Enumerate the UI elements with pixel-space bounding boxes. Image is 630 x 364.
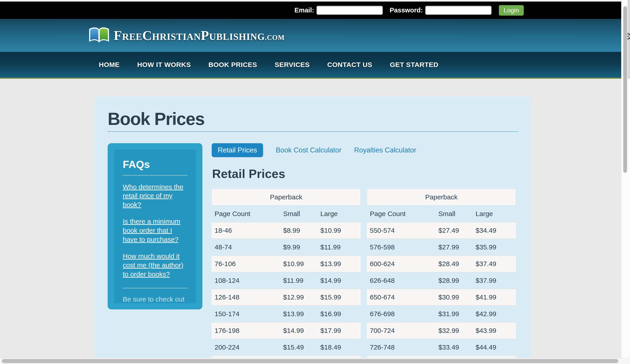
section-title: Retail Prices [212,167,518,181]
table-body: 18-46 $8.99 $10.99 48-74 $9.99 $11.99 76… [212,222,360,356]
cell-small-price: $30.99 [438,293,476,301]
table-row: 126-148 $12.99 $15.99 [212,289,360,306]
table-row: 108-124 $11.99 $14.99 [212,272,360,289]
cell-large-price: $43.99 [476,327,516,335]
column-header-page-count: Page Count [212,210,283,218]
cell-page-count: 726-748 [367,344,438,351]
price-tables: Paperback Page Count Small Large 18-46 $… [212,189,518,358]
cell-page-count: 576-598 [367,243,438,251]
faq-link[interactable]: Who determines the retail price of my bo… [123,182,187,210]
cell-page-count: 108-124 [212,277,283,284]
cell-large-price: $44.49 [476,344,516,351]
cell-small-price: $8.99 [283,227,320,234]
faq-footer: Be sure to check out our full list of Fr… [123,294,187,303]
cell-page-count: 600-624 [367,260,438,268]
window-right-edge: ⚙ [628,0,630,79]
cell-large-price: $35.99 [476,243,516,251]
nav-item[interactable]: HOME [99,61,120,68]
table-row-partial [212,356,360,358]
column-header-page-count: Page Count [367,210,438,218]
email-label: Email: [294,6,314,14]
cell-small-price: $31.99 [438,310,476,318]
cell-large-price: $41.99 [476,293,516,301]
nav-item[interactable]: CONTACT US [327,61,372,68]
title-divider [108,131,518,132]
cell-small-price: $32.99 [438,327,476,335]
cell-small-price: $9.99 [283,243,320,251]
site-logo[interactable]: FREECHRISTIANPUBLISHING.com [88,26,284,45]
tab[interactable]: Book Cost Calculator [276,143,342,157]
cell-page-count: 48-74 [212,243,283,251]
login-button[interactable]: Login [499,5,524,15]
cell-large-price: $10.99 [320,227,360,234]
cell-page-count: 76-106 [212,260,283,268]
site-header: FREECHRISTIANPUBLISHING.com [0,19,621,52]
faq-box: FAQs Who determines the retail price of … [108,143,202,310]
table-columns-header: Page Count Small Large [367,205,516,222]
cell-small-price: $28.99 [438,277,476,284]
table-row: 76-106 $10.99 $13.99 [212,256,360,272]
cell-large-price: $16.99 [320,310,360,318]
faq-divider [123,175,187,176]
table-row: 48-74 $9.99 $11.99 [212,239,360,256]
cell-page-count: 626-648 [367,277,438,284]
cell-small-price: $14.99 [283,327,320,335]
email-field[interactable] [316,6,383,15]
main-nav: HOMEHOW IT WORKSBOOK PRICESSERVICESCONTA… [0,52,621,79]
vertical-scrollbar-thumb[interactable] [623,6,627,173]
page-background: Book Prices FAQs Who determines the reta… [0,79,621,364]
cell-large-price: $15.99 [320,293,360,301]
cell-large-price: $14.99 [320,277,360,284]
gear-icon: ⚙ [628,31,630,41]
cell-small-price: $12.99 [283,293,320,301]
cell-page-count: 150-174 [212,310,283,318]
cell-small-price: $33.49 [438,344,476,351]
cell-page-count: 126-148 [212,293,283,301]
cell-large-price: $17.99 [320,327,360,335]
table-row: 200-224 $15.49 $18.49 [212,339,360,356]
faq-links: Who determines the retail price of my bo… [123,182,187,279]
table-row: 650-674 $30.99 $41.99 [367,289,516,306]
table-columns-header: Page Count Small Large [212,205,360,222]
nav-item[interactable]: SERVICES [274,61,310,68]
faq-divider [123,288,187,289]
faq-footer-text: Be sure to check out our full list of [123,296,184,303]
nav-item[interactable]: HOW IT WORKS [137,61,191,68]
cell-page-count: 200-224 [212,344,283,351]
price-table-high-pages: Paperback Page Count Small Large 550-574… [367,189,516,358]
password-label: Password: [390,6,423,14]
faq-link[interactable]: How much would it cost me (the author) t… [123,252,187,279]
cell-small-price: $15.49 [283,344,320,351]
cell-small-price: $10.99 [283,260,320,268]
faq-link[interactable]: Is there a minimum book order that I hav… [123,217,187,244]
cell-small-price: $11.99 [283,277,320,284]
price-table-low-pages: Paperback Page Count Small Large 18-46 $… [212,189,360,358]
tab[interactable]: Royalties Calculator [354,143,416,157]
column-header-small: Small [283,210,320,218]
open-book-icon [88,26,110,45]
login-bar: Email: Password: Login [0,1,621,19]
horizontal-scrollbar-thumb[interactable] [2,359,618,363]
cell-page-count: 700-724 [367,327,438,335]
password-field[interactable] [425,6,492,15]
cell-small-price: $28.49 [438,260,476,268]
cell-large-price: $18.49 [320,344,360,351]
faq-title: FAQs [123,158,187,170]
table-group-header: Paperback [212,189,360,205]
cell-page-count: 676-698 [367,310,438,318]
cell-page-count: 550-574 [367,227,438,234]
tab[interactable]: Retail Prices [212,143,263,157]
cell-page-count: 176-198 [212,327,283,335]
cell-large-price: $34.49 [476,227,516,234]
nav-item[interactable]: GET STARTED [390,61,438,68]
main-column: Retail PricesBook Cost CalculatorRoyalti… [212,143,518,358]
cell-small-price: $13.99 [283,310,320,318]
table-row: 626-648 $28.99 $37.99 [367,272,516,289]
table-row: 576-598 $27.99 $35.99 [367,239,516,256]
table-row-partial [367,356,516,358]
table-row: 700-724 $32.99 $43.99 [367,322,516,339]
faq-panel: FAQs Who determines the retail price of … [114,149,196,303]
page-title: Book Prices [108,110,518,128]
nav-item[interactable]: BOOK PRICES [208,61,257,68]
cell-small-price: $27.99 [438,243,476,251]
